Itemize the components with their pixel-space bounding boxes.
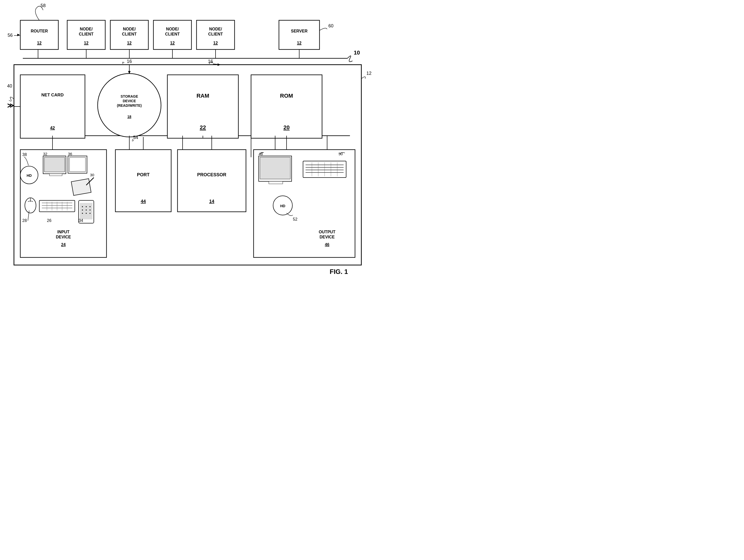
keyboard-ref: 26 xyxy=(47,218,51,223)
input-label1: INPUT xyxy=(57,230,70,234)
rom-label: ROM xyxy=(280,92,293,99)
svg-point-67 xyxy=(86,213,87,214)
main-node-ref: 12 xyxy=(366,71,371,76)
server-right-ref: 60 xyxy=(328,23,333,28)
node4-label: NODE/ xyxy=(209,27,222,31)
port-ref: 44 xyxy=(141,199,146,204)
network-ref: 10 xyxy=(354,49,360,56)
svg-rect-41 xyxy=(49,174,62,176)
svg-rect-44 xyxy=(71,179,91,195)
svg-point-63 xyxy=(82,210,83,211)
node2-ref: 12 xyxy=(127,41,132,45)
storage-bus-ref1: 16 xyxy=(127,59,132,64)
svg-rect-76 xyxy=(269,181,283,184)
ram-label: RAM xyxy=(196,92,209,99)
svg-rect-40 xyxy=(44,157,65,172)
svg-point-61 xyxy=(86,206,87,207)
mouse-ref: 28 xyxy=(22,218,27,223)
svg-point-64 xyxy=(86,210,87,211)
svg-rect-75 xyxy=(260,157,290,179)
router-left-ref: 56 xyxy=(8,33,13,38)
window-ref: 36 xyxy=(68,152,72,156)
net-card-ss: ≫ xyxy=(7,102,14,109)
svg-point-66 xyxy=(82,213,83,214)
router-label: ROUTER xyxy=(31,29,48,33)
monitor-ref: 32 xyxy=(43,152,47,156)
processor-label: PROCESSOR xyxy=(197,172,226,177)
printer-ref: 50 xyxy=(338,152,343,156)
storage-label3: (READ/WRITE) xyxy=(117,104,142,108)
phone-ref: 34 xyxy=(79,218,83,223)
node3-label2: CLIENT xyxy=(165,32,180,36)
node1-label: NODE/ xyxy=(80,27,93,31)
figure-label: FIG. 1 xyxy=(330,268,348,275)
node1-label2: CLIENT xyxy=(79,32,94,36)
input-hd-label: HD xyxy=(27,174,32,178)
svg-point-62 xyxy=(89,206,90,207)
processor-ref: 14 xyxy=(209,199,214,204)
antenna-ref: 58 xyxy=(41,3,46,8)
output-ref: 46 xyxy=(325,242,329,247)
node3-ref: 12 xyxy=(170,41,175,45)
router-ref: 12 xyxy=(37,41,42,45)
node2-label2: CLIENT xyxy=(122,32,137,36)
node3-label: NODE/ xyxy=(166,27,179,31)
svg-rect-43 xyxy=(70,157,85,172)
storage-label1: STORAGE xyxy=(121,95,138,99)
net-card-ref: 42 xyxy=(50,125,55,130)
output-label2: DEVICE xyxy=(320,235,335,239)
output-label1: OUTPUT xyxy=(319,230,335,234)
rom-ref: 20 xyxy=(284,124,290,130)
tap-ref: 54 xyxy=(133,135,138,140)
storage-ref: 18 xyxy=(127,115,132,119)
svg-point-60 xyxy=(82,206,83,207)
node4-label2: CLIENT xyxy=(208,32,223,36)
server-ref: 12 xyxy=(297,41,301,45)
node2-label: NODE/ xyxy=(123,27,136,31)
svg-rect-59 xyxy=(80,203,92,219)
diagram-container: 10 ROUTER 12 56 58 NODE/ CLIENT 12 NODE/… xyxy=(0,0,372,280)
svg-point-68 xyxy=(89,213,90,214)
net-card-label: NET CARD xyxy=(41,92,64,98)
input-hd-ref: 38 xyxy=(22,152,27,157)
port-label: PORT xyxy=(137,172,150,177)
output-hd-ref: 52 xyxy=(293,217,297,221)
server-label: SERVER xyxy=(291,29,308,33)
input-ref: 24 xyxy=(61,242,66,247)
ram-ref: 22 xyxy=(200,124,206,130)
input-label2: DEVICE xyxy=(56,235,71,239)
tablet-ref: 30 xyxy=(90,173,94,177)
storage-bus-ref2: 16 xyxy=(208,59,213,64)
node1-ref: 12 xyxy=(84,41,88,45)
output-hd-label: HD xyxy=(280,204,285,208)
storage-label2: DEVICE xyxy=(123,99,136,103)
bus-label: 40 xyxy=(7,83,12,88)
node4-ref: 12 xyxy=(213,41,218,45)
svg-point-65 xyxy=(89,210,90,211)
